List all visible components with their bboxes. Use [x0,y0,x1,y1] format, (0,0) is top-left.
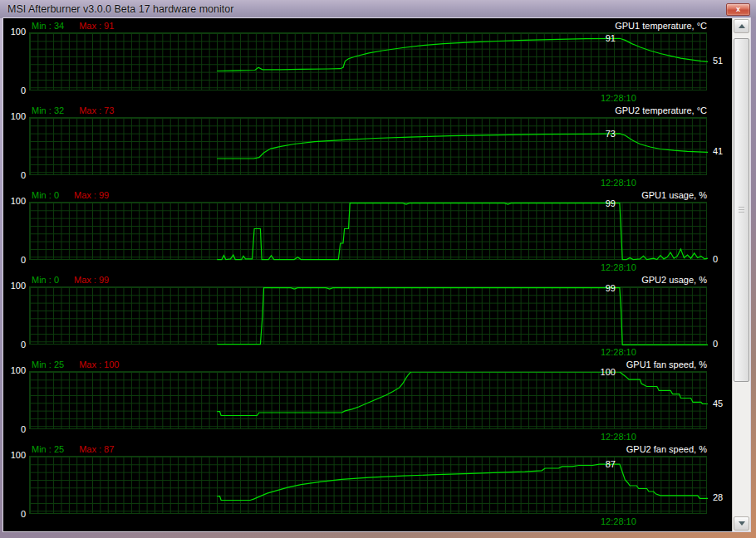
graph-header: Min : 34 Max : 91 GPU1 temperature, °C [32,21,707,31]
scroll-up-button[interactable] [734,19,749,33]
graph-svg [30,287,708,345]
max-label: Max : 91 [79,21,114,31]
peak-value-label: 91 [606,34,616,43]
current-value-label: 28 [713,493,723,502]
graph-panel: Min : 32 Max : 73 GPU2 temperature, °C 1… [3,105,732,189]
max-label: Max : 100 [79,359,119,369]
timestamp-label: 12:28:10 [601,93,636,103]
graph-title: GPU2 usage, % [641,275,707,285]
peak-value-label: 99 [606,283,616,292]
max-label: Max : 87 [79,444,114,454]
graphs-area: Min : 34 Max : 91 GPU1 temperature, °C 1… [3,18,732,531]
window-title: MSI Afterburner v3.0.0 Beta 17 hardware … [0,3,233,15]
min-label: Min : 25 [32,359,64,369]
vertical-scrollbar[interactable] [732,18,750,531]
timestamp-label: 12:28:10 [601,347,636,357]
graph-panel: Min : 0 Max : 99 GPU2 usage, % 100 0 99 … [3,274,732,359]
series-line [217,38,708,71]
plot-area[interactable]: 87 [29,456,707,514]
title-bar[interactable]: MSI Afterburner v3.0.0 Beta 17 hardware … [0,0,756,18]
series-line [217,134,708,159]
max-label: Max : 99 [74,275,109,285]
y-axis-max-label: 100 [3,281,26,291]
graph-title: GPU1 usage, % [641,190,707,200]
peak-value-label: 73 [606,129,616,138]
close-icon: x [736,5,740,13]
close-button[interactable]: x [726,3,750,16]
series-line [217,288,708,345]
timestamp-label: 12:28:10 [601,262,636,272]
graph-title: GPU1 fan speed, % [626,359,707,369]
peak-value-label: 100 [601,368,616,377]
y-axis-max-label: 100 [3,366,26,375]
min-label: Min : 32 [32,105,64,115]
graph-panel: Min : 34 Max : 91 GPU1 temperature, °C 1… [3,20,732,105]
graph-svg [30,118,708,176]
min-label: Min : 34 [32,21,64,31]
y-axis-max-label: 100 [3,27,26,37]
current-value-label: 45 [713,399,723,408]
monitor-client-area: Min : 34 Max : 91 GPU1 temperature, °C 1… [3,18,750,531]
peak-value-label: 87 [606,460,616,469]
timestamp-label: 12:28:10 [601,432,636,442]
graph-header: Min : 32 Max : 73 GPU2 temperature, °C [32,105,707,115]
graph-svg [30,372,708,430]
current-value-label: 0 [713,255,718,264]
graph-panel: Min : 25 Max : 87 GPU2 fan speed, % 100 … [3,443,732,528]
graph-panel: Min : 25 Max : 100 GPU1 fan speed, % 100… [3,359,732,443]
current-value-label: 41 [713,147,723,156]
y-axis-min-label: 0 [3,340,26,350]
peak-value-label: 99 [606,198,616,208]
plot-area[interactable]: 91 [29,32,707,90]
y-axis-max-label: 100 [3,451,26,460]
plot-area[interactable]: 73 [29,117,707,175]
y-axis-min-label: 0 [3,256,26,265]
msi-afterburner-monitor-window: MSI Afterburner v3.0.0 Beta 17 hardware … [0,0,756,538]
y-axis-min-label: 0 [3,510,26,519]
y-axis-min-label: 0 [3,171,26,180]
graph-title: GPU2 fan speed, % [626,444,707,454]
min-label: Min : 0 [32,275,59,285]
plot-area[interactable]: 100 [29,371,707,429]
chevron-up-icon [739,24,745,28]
timestamp-label: 12:28:10 [601,178,636,188]
scroll-down-button[interactable] [734,516,749,531]
timestamp-label: 12:28:10 [601,516,636,526]
current-value-label: 0 [713,340,718,349]
graph-svg [30,203,708,261]
y-axis-min-label: 0 [3,425,26,434]
scrollbar-grip-icon [739,207,744,213]
scrollbar-thumb[interactable] [734,38,749,382]
max-label: Max : 99 [74,190,109,200]
y-axis-min-label: 0 [3,86,26,95]
min-label: Min : 0 [32,190,59,200]
chevron-down-icon [739,521,745,526]
graph-title: GPU2 temperature, °C [615,105,707,115]
y-axis-max-label: 100 [3,197,26,206]
series-line [217,464,708,500]
series-line [217,203,708,260]
graph-header: Min : 25 Max : 87 GPU2 fan speed, % [32,444,707,454]
plot-area[interactable]: 99 [29,202,707,260]
current-value-label: 51 [713,56,723,66]
graph-title: GPU1 temperature, °C [615,21,707,31]
min-label: Min : 25 [32,444,64,454]
graph-panel: Min : 0 Max : 99 GPU1 usage, % 100 0 99 … [3,189,732,274]
plot-area[interactable]: 99 [29,286,707,345]
y-axis-max-label: 100 [3,112,26,121]
max-label: Max : 73 [79,105,114,115]
series-line [217,372,708,416]
